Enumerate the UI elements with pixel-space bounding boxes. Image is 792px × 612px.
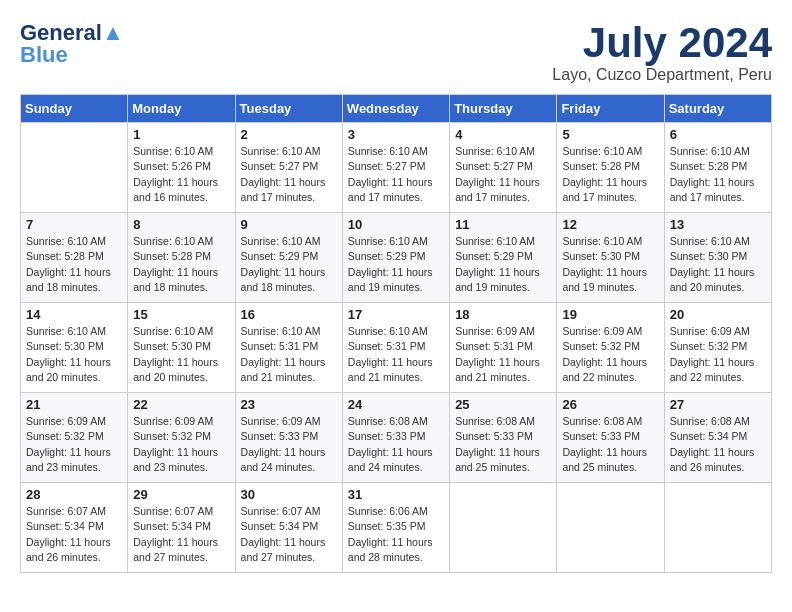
col-tuesday: Tuesday — [235, 95, 342, 123]
day-info: Sunrise: 6:06 AMSunset: 5:35 PMDaylight:… — [348, 504, 444, 565]
day-number: 4 — [455, 127, 551, 142]
table-row: 9Sunrise: 6:10 AMSunset: 5:29 PMDaylight… — [235, 213, 342, 303]
day-number: 3 — [348, 127, 444, 142]
col-monday: Monday — [128, 95, 235, 123]
table-row: 6Sunrise: 6:10 AMSunset: 5:28 PMDaylight… — [664, 123, 771, 213]
title-block: July 2024 Layo, Cuzco Department, Peru — [552, 20, 772, 84]
day-number: 10 — [348, 217, 444, 232]
day-info: Sunrise: 6:10 AMSunset: 5:27 PMDaylight:… — [455, 144, 551, 205]
day-number: 20 — [670, 307, 766, 322]
day-info: Sunrise: 6:10 AMSunset: 5:28 PMDaylight:… — [133, 234, 229, 295]
table-row: 25Sunrise: 6:08 AMSunset: 5:33 PMDayligh… — [450, 393, 557, 483]
table-row: 28Sunrise: 6:07 AMSunset: 5:34 PMDayligh… — [21, 483, 128, 573]
table-row: 30Sunrise: 6:07 AMSunset: 5:34 PMDayligh… — [235, 483, 342, 573]
day-number: 17 — [348, 307, 444, 322]
day-number: 21 — [26, 397, 122, 412]
table-row: 19Sunrise: 6:09 AMSunset: 5:32 PMDayligh… — [557, 303, 664, 393]
day-number: 6 — [670, 127, 766, 142]
day-info: Sunrise: 6:07 AMSunset: 5:34 PMDaylight:… — [133, 504, 229, 565]
day-info: Sunrise: 6:08 AMSunset: 5:33 PMDaylight:… — [455, 414, 551, 475]
day-info: Sunrise: 6:10 AMSunset: 5:30 PMDaylight:… — [562, 234, 658, 295]
table-row: 23Sunrise: 6:09 AMSunset: 5:33 PMDayligh… — [235, 393, 342, 483]
table-row: 22Sunrise: 6:09 AMSunset: 5:32 PMDayligh… — [128, 393, 235, 483]
table-row: 14Sunrise: 6:10 AMSunset: 5:30 PMDayligh… — [21, 303, 128, 393]
col-thursday: Thursday — [450, 95, 557, 123]
calendar-week-row: 14Sunrise: 6:10 AMSunset: 5:30 PMDayligh… — [21, 303, 772, 393]
table-row: 2Sunrise: 6:10 AMSunset: 5:27 PMDaylight… — [235, 123, 342, 213]
table-row — [557, 483, 664, 573]
day-info: Sunrise: 6:09 AMSunset: 5:31 PMDaylight:… — [455, 324, 551, 385]
table-row: 5Sunrise: 6:10 AMSunset: 5:28 PMDaylight… — [557, 123, 664, 213]
day-number: 22 — [133, 397, 229, 412]
month-title: July 2024 — [552, 20, 772, 66]
table-row: 31Sunrise: 6:06 AMSunset: 5:35 PMDayligh… — [342, 483, 449, 573]
day-info: Sunrise: 6:08 AMSunset: 5:33 PMDaylight:… — [562, 414, 658, 475]
table-row: 7Sunrise: 6:10 AMSunset: 5:28 PMDaylight… — [21, 213, 128, 303]
logo: General▲ Blue — [20, 20, 124, 68]
day-info: Sunrise: 6:07 AMSunset: 5:34 PMDaylight:… — [241, 504, 337, 565]
table-row: 12Sunrise: 6:10 AMSunset: 5:30 PMDayligh… — [557, 213, 664, 303]
day-info: Sunrise: 6:10 AMSunset: 5:27 PMDaylight:… — [348, 144, 444, 205]
table-row: 29Sunrise: 6:07 AMSunset: 5:34 PMDayligh… — [128, 483, 235, 573]
day-info: Sunrise: 6:10 AMSunset: 5:29 PMDaylight:… — [241, 234, 337, 295]
table-row: 13Sunrise: 6:10 AMSunset: 5:30 PMDayligh… — [664, 213, 771, 303]
day-number: 19 — [562, 307, 658, 322]
table-row: 10Sunrise: 6:10 AMSunset: 5:29 PMDayligh… — [342, 213, 449, 303]
table-row: 26Sunrise: 6:08 AMSunset: 5:33 PMDayligh… — [557, 393, 664, 483]
table-row: 16Sunrise: 6:10 AMSunset: 5:31 PMDayligh… — [235, 303, 342, 393]
day-number: 25 — [455, 397, 551, 412]
day-info: Sunrise: 6:10 AMSunset: 5:30 PMDaylight:… — [670, 234, 766, 295]
table-row: 27Sunrise: 6:08 AMSunset: 5:34 PMDayligh… — [664, 393, 771, 483]
location-title: Layo, Cuzco Department, Peru — [552, 66, 772, 84]
day-number: 12 — [562, 217, 658, 232]
day-info: Sunrise: 6:10 AMSunset: 5:28 PMDaylight:… — [670, 144, 766, 205]
table-row: 1Sunrise: 6:10 AMSunset: 5:26 PMDaylight… — [128, 123, 235, 213]
day-number: 28 — [26, 487, 122, 502]
day-number: 27 — [670, 397, 766, 412]
calendar-week-row: 21Sunrise: 6:09 AMSunset: 5:32 PMDayligh… — [21, 393, 772, 483]
table-row: 4Sunrise: 6:10 AMSunset: 5:27 PMDaylight… — [450, 123, 557, 213]
table-row — [21, 123, 128, 213]
table-row: 17Sunrise: 6:10 AMSunset: 5:31 PMDayligh… — [342, 303, 449, 393]
day-number: 2 — [241, 127, 337, 142]
table-row: 3Sunrise: 6:10 AMSunset: 5:27 PMDaylight… — [342, 123, 449, 213]
calendar-table: Sunday Monday Tuesday Wednesday Thursday… — [20, 94, 772, 573]
day-number: 31 — [348, 487, 444, 502]
day-number: 13 — [670, 217, 766, 232]
day-info: Sunrise: 6:10 AMSunset: 5:31 PMDaylight:… — [241, 324, 337, 385]
day-number: 7 — [26, 217, 122, 232]
table-row — [664, 483, 771, 573]
day-info: Sunrise: 6:09 AMSunset: 5:32 PMDaylight:… — [670, 324, 766, 385]
day-number: 29 — [133, 487, 229, 502]
day-info: Sunrise: 6:10 AMSunset: 5:30 PMDaylight:… — [26, 324, 122, 385]
day-number: 11 — [455, 217, 551, 232]
day-info: Sunrise: 6:09 AMSunset: 5:33 PMDaylight:… — [241, 414, 337, 475]
day-info: Sunrise: 6:10 AMSunset: 5:31 PMDaylight:… — [348, 324, 444, 385]
day-number: 23 — [241, 397, 337, 412]
logo-line2: Blue — [20, 42, 68, 68]
table-row: 20Sunrise: 6:09 AMSunset: 5:32 PMDayligh… — [664, 303, 771, 393]
calendar-week-row: 28Sunrise: 6:07 AMSunset: 5:34 PMDayligh… — [21, 483, 772, 573]
day-info: Sunrise: 6:09 AMSunset: 5:32 PMDaylight:… — [26, 414, 122, 475]
col-sunday: Sunday — [21, 95, 128, 123]
col-friday: Friday — [557, 95, 664, 123]
day-info: Sunrise: 6:10 AMSunset: 5:27 PMDaylight:… — [241, 144, 337, 205]
calendar-header-row: Sunday Monday Tuesday Wednesday Thursday… — [21, 95, 772, 123]
day-number: 8 — [133, 217, 229, 232]
table-row: 11Sunrise: 6:10 AMSunset: 5:29 PMDayligh… — [450, 213, 557, 303]
day-number: 30 — [241, 487, 337, 502]
day-info: Sunrise: 6:08 AMSunset: 5:34 PMDaylight:… — [670, 414, 766, 475]
day-number: 26 — [562, 397, 658, 412]
day-number: 24 — [348, 397, 444, 412]
day-info: Sunrise: 6:10 AMSunset: 5:29 PMDaylight:… — [455, 234, 551, 295]
col-wednesday: Wednesday — [342, 95, 449, 123]
day-info: Sunrise: 6:10 AMSunset: 5:28 PMDaylight:… — [26, 234, 122, 295]
day-number: 9 — [241, 217, 337, 232]
day-number: 14 — [26, 307, 122, 322]
day-info: Sunrise: 6:10 AMSunset: 5:26 PMDaylight:… — [133, 144, 229, 205]
day-info: Sunrise: 6:10 AMSunset: 5:30 PMDaylight:… — [133, 324, 229, 385]
page-header: General▲ Blue July 2024 Layo, Cuzco Depa… — [20, 20, 772, 84]
table-row: 21Sunrise: 6:09 AMSunset: 5:32 PMDayligh… — [21, 393, 128, 483]
day-info: Sunrise: 6:10 AMSunset: 5:28 PMDaylight:… — [562, 144, 658, 205]
table-row: 24Sunrise: 6:08 AMSunset: 5:33 PMDayligh… — [342, 393, 449, 483]
